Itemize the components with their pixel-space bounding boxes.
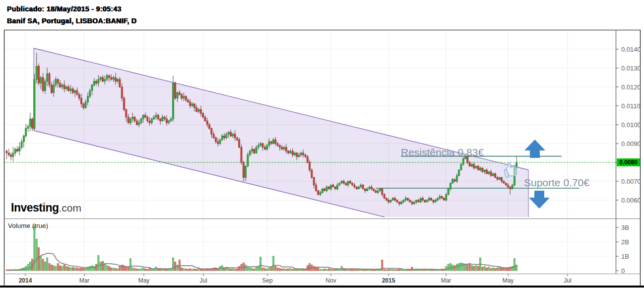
published-timestamp: Publicado: 18/May/2015 - 9:05:43 xyxy=(7,5,122,13)
chart-window: Publicado: 18/May/2015 - 9:05:43 Banif S… xyxy=(0,0,644,291)
time-axis-label: Jul xyxy=(564,277,571,284)
logo-text-tail: ng xyxy=(45,201,59,214)
time-axis-label: May xyxy=(138,277,150,284)
price-axis[interactable]: 0.01400.01300.01200.01100.01000.00900.00… xyxy=(616,30,641,274)
time-axis-label: Mar xyxy=(79,277,90,284)
volume-ma-line xyxy=(7,253,517,270)
time-axis-label: Jul xyxy=(199,277,207,284)
up-arrow-icon[interactable] xyxy=(524,140,545,158)
volume-axis-label: 3B xyxy=(621,224,629,231)
volume-bars-layer[interactable] xyxy=(6,226,517,271)
time-axis[interactable]: 2014MarMayJulSepNov2015MarMayJul xyxy=(4,274,641,287)
symbol-description: Banif SA, Portugal, LISBOA:BANIF, D xyxy=(7,17,136,25)
volume-study-label: Volume (true) xyxy=(8,222,48,229)
down-arrow-icon[interactable] xyxy=(529,191,550,209)
price-axis-label: 0.0130 xyxy=(621,65,641,72)
price-axis-label: 0.0070 xyxy=(621,178,641,185)
investing-logo: Investing.com xyxy=(11,201,81,215)
time-axis-label: 2015 xyxy=(382,277,395,284)
price-chart-canvas[interactable] xyxy=(0,0,644,291)
logo-com: .com xyxy=(59,202,81,214)
time-axis-label: 2014 xyxy=(19,277,32,284)
volume-axis-label: 2B xyxy=(621,238,629,246)
price-axis-label: 0.0140 xyxy=(621,46,641,53)
volume-axis-label: 1B xyxy=(621,253,629,260)
price-axis-label: 0.0110 xyxy=(621,102,641,110)
price-axis-label: 0.0120 xyxy=(621,83,641,91)
time-axis-label: Mar xyxy=(441,277,451,284)
price-axis-label: 0.0060 xyxy=(621,197,641,204)
time-axis-label: Sep xyxy=(262,277,272,284)
support-annotation[interactable]: Suporte 0.70€ xyxy=(524,177,589,189)
resistance-annotation[interactable]: Resistência 0.83€ xyxy=(401,146,484,158)
price-axis-label: 0.0090 xyxy=(621,140,641,147)
time-axis-label: Nov xyxy=(325,277,336,284)
price-axis-label: 0.0100 xyxy=(621,121,641,129)
logo-i-dot: i xyxy=(42,201,45,214)
current-price-tag: 0.0080 xyxy=(617,158,640,166)
time-axis-label: May xyxy=(503,277,514,284)
logo-text: Invest xyxy=(11,201,42,214)
